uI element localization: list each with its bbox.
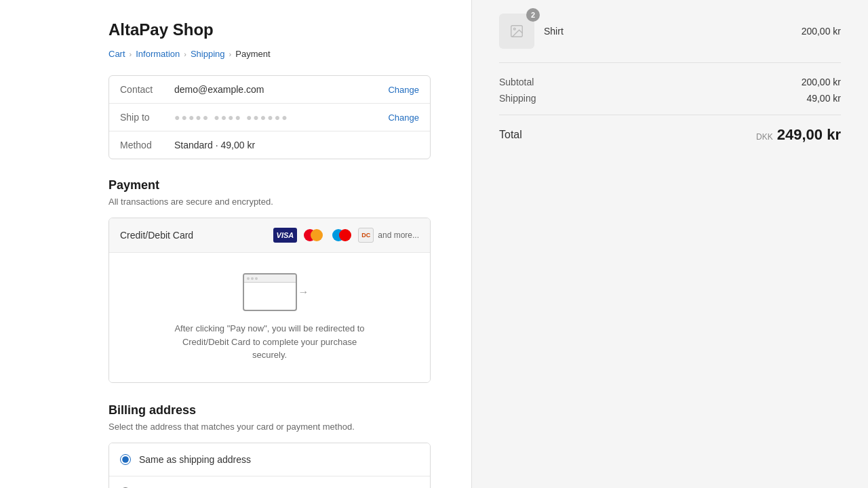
payment-title: Payment	[108, 178, 431, 192]
ship-to-value: ●●●●● ●●●● ●●●●●●	[174, 112, 388, 123]
payment-header: Credit/Debit Card VISA DC and more...	[109, 218, 430, 253]
browser-window-icon: →	[243, 273, 297, 311]
method-value: Standard · 49,00 kr	[174, 140, 419, 150]
browser-dot-3	[255, 277, 258, 280]
browser-dot-1	[247, 277, 250, 280]
payment-box: Credit/Debit Card VISA DC and more...	[108, 218, 431, 383]
breadcrumb: Cart › Information › Shipping › Payment	[108, 49, 431, 59]
right-panel: 2 Shirt 200,00 kr Subtotal 200,00 kr Shi…	[471, 0, 868, 488]
total-label: Total	[499, 129, 522, 141]
breadcrumb-sep-3: ›	[229, 50, 232, 58]
product-image: 2	[499, 14, 534, 49]
contact-change-link[interactable]: Change	[388, 85, 419, 95]
contact-row: Contact demo@example.com Change	[109, 76, 430, 104]
billing-option-different[interactable]: Use a different billing address	[109, 476, 430, 489]
method-row: Method Standard · 49,00 kr	[109, 131, 430, 159]
ship-to-change-link[interactable]: Change	[388, 113, 419, 123]
payment-method-label: Credit/Debit Card	[120, 230, 193, 241]
contact-value: demo@example.com	[174, 84, 388, 95]
browser-dot-2	[251, 277, 254, 280]
redirect-text: After clicking "Pay now", you will be re…	[168, 322, 372, 362]
redirect-arrow-icon: →	[298, 286, 309, 298]
info-box: Contact demo@example.com Change Ship to …	[108, 75, 431, 159]
visa-icon: VISA	[273, 228, 298, 243]
billing-section: Billing address Select the address that …	[108, 403, 431, 489]
method-label: Method	[120, 140, 174, 150]
breadcrumb-shipping[interactable]: Shipping	[191, 49, 225, 59]
ship-to-row: Ship to ●●●●● ●●●● ●●●●●● Change	[109, 104, 430, 131]
breadcrumb-payment: Payment	[235, 49, 270, 59]
payment-content: → After clicking "Pay now", you will be …	[109, 253, 430, 382]
breadcrumb-sep-1: ›	[130, 50, 132, 58]
browser-bar	[244, 274, 296, 283]
mastercard-icon	[301, 228, 326, 243]
breadcrumb-sep-2: ›	[184, 50, 186, 58]
shipping-row: Shipping 49,00 kr	[499, 93, 841, 104]
product-name: Shirt	[544, 26, 792, 37]
and-more-text: and more...	[378, 230, 419, 240]
payment-subtitle: All transactions are secure and encrypte…	[108, 197, 431, 207]
product-price: 200,00 kr	[802, 26, 841, 37]
shop-title: AltaPay Shop	[108, 20, 431, 39]
svg-point-1	[513, 28, 515, 30]
contact-label: Contact	[120, 84, 174, 95]
diners-icon: DC	[358, 228, 374, 243]
billing-same-label[interactable]: Same as shipping address	[139, 454, 251, 465]
billing-options: Same as shipping address Use a different…	[108, 443, 431, 489]
billing-subtitle: Select the address that matches your car…	[108, 422, 431, 432]
billing-option-same[interactable]: Same as shipping address	[109, 443, 430, 476]
shipping-label: Shipping	[499, 93, 536, 104]
quantity-badge: 2	[526, 8, 540, 22]
total-amount: 249,00 kr	[777, 126, 841, 144]
total-row: Total DKK 249,00 kr	[499, 115, 841, 144]
billing-same-radio[interactable]	[120, 454, 131, 465]
summary-rows: Subtotal 200,00 kr Shipping 49,00 kr	[499, 77, 841, 104]
redirect-icon: →	[243, 273, 297, 311]
billing-title: Billing address	[108, 403, 431, 418]
ship-to-label: Ship to	[120, 112, 174, 123]
total-right: DKK 249,00 kr	[756, 126, 841, 144]
subtotal-row: Subtotal 200,00 kr	[499, 77, 841, 87]
breadcrumb-information[interactable]: Information	[136, 49, 180, 59]
subtotal-label: Subtotal	[499, 77, 534, 87]
total-currency: DKK	[756, 132, 773, 142]
product-row: 2 Shirt 200,00 kr	[499, 14, 841, 63]
left-panel: AltaPay Shop Cart › Information › Shippi…	[0, 0, 471, 488]
maestro-icon	[330, 228, 354, 243]
subtotal-value: 200,00 kr	[802, 77, 841, 87]
card-icons: VISA DC and more...	[273, 228, 419, 243]
breadcrumb-cart[interactable]: Cart	[108, 49, 125, 59]
shipping-value: 49,00 kr	[806, 93, 841, 104]
